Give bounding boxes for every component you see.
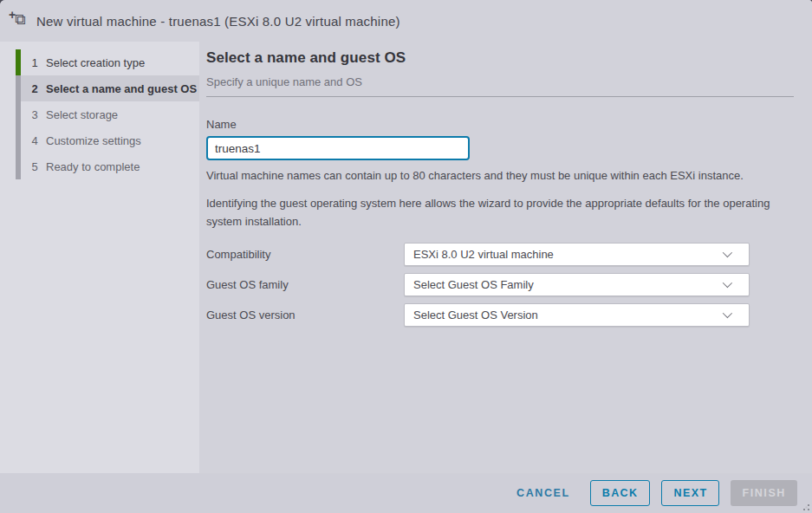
vm-name-input[interactable] [206,136,470,160]
step-label: Select a name and guest OS [46,82,197,95]
guest-os-family-label: Guest OS family [206,278,404,291]
step-label: Customize settings [46,134,141,147]
dialog-title: New virtual machine - truenas1 (ESXi 8.0… [36,14,400,29]
chevron-down-icon [723,308,732,318]
step-label: Ready to complete [46,160,140,173]
compatibility-selected-value: ESXi 8.0 U2 virtual machine [413,248,723,261]
back-button[interactable]: BACK [590,480,651,506]
name-field-label: Name [206,118,794,131]
new-vm-icon: + ⧉ [9,11,31,30]
step-label: Select creation type [46,56,145,69]
wizard-footer: CANCEL BACK NEXT FINISH [0,473,812,513]
cancel-button[interactable]: CANCEL [508,480,579,506]
name-help-text: Virtual machine names can contain up to … [206,169,794,182]
step-label: Select storage [46,108,118,121]
resize-grip[interactable] [808,509,809,510]
guest-os-version-select[interactable]: Select Guest OS Version [404,303,750,327]
page-title: Select a name and guest OS [206,49,794,67]
wizard-page-content: Select a name and guest OS Specify a uni… [199,42,812,473]
step-number: 3 [26,108,43,121]
step-number: 5 [26,160,43,173]
compatibility-select[interactable]: ESXi 8.0 U2 virtual machine [404,243,750,266]
dialog-title-bar: + ⧉ New virtual machine - truenas1 (ESXi… [0,0,812,42]
step-select-name-guest-os[interactable]: 2 Select a name and guest OS [16,75,199,101]
step-customize-settings[interactable]: 4 Customize settings [16,127,199,153]
guest-os-family-selected-value: Select Guest OS Family [413,278,723,291]
step-number: 2 [26,82,43,95]
chevron-down-icon [723,278,732,288]
guest-os-family-row: Guest OS family Select Guest OS Family [206,273,794,296]
page-subtitle: Specify a unique name and OS [206,75,794,88]
new-vm-wizard-dialog: + ⧉ New virtual machine - truenas1 (ESXi… [0,0,812,513]
finish-button: FINISH [731,480,797,506]
guest-os-version-selected-value: Select Guest OS Version [413,308,723,321]
step-select-creation-type[interactable]: 1 Select creation type [16,49,199,75]
step-ready-to-complete[interactable]: 5 Ready to complete [16,153,199,179]
compatibility-row: Compatibility ESXi 8.0 U2 virtual machin… [206,243,794,266]
step-number: 4 [26,134,43,147]
chevron-down-icon [723,248,732,257]
header-divider [206,96,794,97]
wizard-steps-sidebar: 1 Select creation type 2 Select a name a… [0,42,199,473]
compatibility-label: Compatibility [206,248,404,261]
guest-os-version-label: Guest OS version [206,308,404,321]
next-button[interactable]: NEXT [661,480,719,506]
new-vm-icon-boxes: ⧉ [15,12,25,27]
step-number: 1 [26,56,43,69]
guest-os-intro-text: Identifying the guest operating system h… [206,194,794,231]
guest-os-version-row: Guest OS version Select Guest OS Version [206,303,794,327]
step-select-storage[interactable]: 3 Select storage [16,101,199,127]
guest-os-family-select[interactable]: Select Guest OS Family [404,273,750,296]
